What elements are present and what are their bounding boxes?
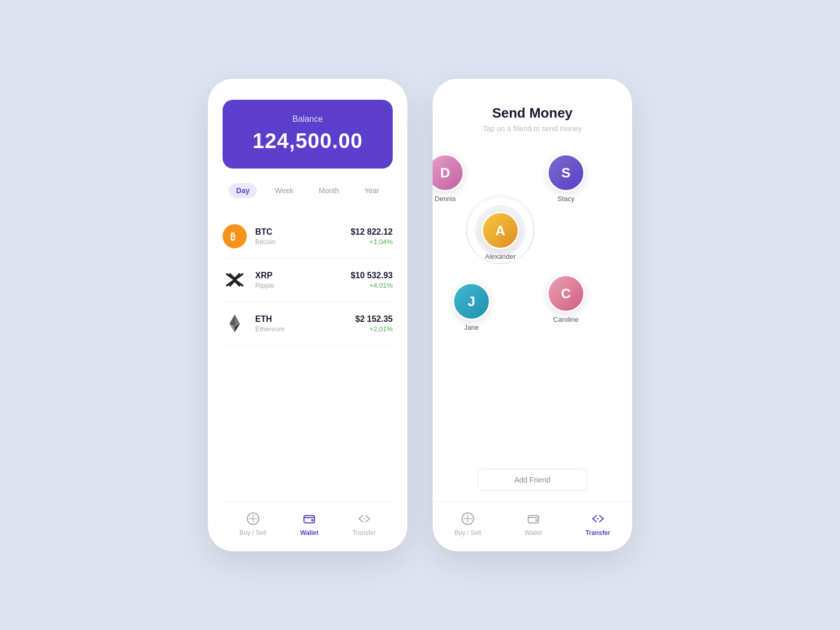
add-friend-button[interactable]: Add Friend [477,469,587,491]
svg-line-17 [359,519,363,522]
right-bottom-nav: Buy / Sell Wallet [433,501,632,551]
svg-line-29 [600,519,603,522]
alexander-initials: A [496,223,506,239]
crypto-item-eth[interactable]: ETH Ethereum $2 152.35 +2,01% [223,302,393,345]
svg-line-18 [366,516,370,519]
eth-name-wrap: ETH Ethereum [255,314,355,333]
svg-line-16 [359,516,363,519]
stacy-name: Stacy [558,195,575,203]
friend-bubble-alexander[interactable]: A Alexander [481,212,519,260]
buy-sell-icon-right [460,511,475,526]
eth-value-wrap: $2 152.35 +2,01% [355,314,393,333]
btc-ticker: BTC [255,227,351,237]
xrp-ticker: XRP [255,271,351,280]
eth-usd: $2 152.35 [355,314,393,324]
crypto-item-xrp[interactable]: XRP Ripple $10 532.93 +4,01% [223,258,393,302]
eth-ticker: ETH [255,314,355,324]
balance-card: Balance 124,500.00 [223,100,393,169]
balance-amount: 124,500.00 [235,129,380,153]
jane-initials: J [468,293,475,310]
nav-transfer-right[interactable]: Transfer [585,511,610,537]
btc-value-wrap: $12 822.12 +1,04% [351,227,393,246]
btc-name-wrap: BTC Bitcoin [255,227,351,246]
nav-transfer-left[interactable]: Transfer [352,511,375,537]
eth-icon [223,311,247,335]
svg-line-28 [600,516,603,519]
caroline-avatar: C [547,275,585,312]
xrp-icon [223,268,247,292]
send-money-title: Send Money [447,105,617,121]
tab-week[interactable]: Week [267,183,301,198]
nav-buy-sell-label-right: Buy / Sell [455,529,481,537]
friend-bubble-caroline[interactable]: C Caroline [547,275,585,323]
transfer-icon-left [357,511,372,526]
svg-line-27 [593,519,596,522]
eth-change: +2,01% [355,325,393,333]
nav-wallet-left[interactable]: Wallet [300,511,319,537]
add-friend-wrap: Add Friend [433,460,632,501]
stacy-initials: S [561,165,570,181]
period-tabs: Day Week Month Year [223,183,393,198]
buy-sell-icon [246,511,260,526]
nav-buy-sell-left[interactable]: Buy / Sell [239,511,266,537]
nav-wallet-right[interactable]: Wallet [524,511,542,537]
right-phone: Send Money Tap on a friend to send money… [433,79,632,551]
transfer-icon-right [591,511,605,526]
stacy-avatar: S [547,154,585,192]
jane-name: Jane [464,323,479,331]
nav-wallet-label-right: Wallet [524,529,542,537]
eth-name: Ethereum [255,325,355,333]
svg-rect-15 [311,519,313,521]
send-money-header: Send Money Tap on a friend to send money [433,79,632,143]
friends-area: D Dennis S Stacy A Alexander J Jane [433,143,632,460]
xrp-change: +4,01% [351,281,393,289]
balance-label: Balance [235,114,380,124]
btc-usd: $12 822.12 [351,227,393,237]
nav-buy-sell-label-left: Buy / Sell [239,529,266,537]
caroline-name: Caroline [553,316,579,323]
alexander-name: Alexander [485,253,516,260]
jane-avatar: J [453,282,490,320]
tab-year[interactable]: Year [357,183,386,198]
wallet-icon-right [526,511,541,526]
nav-wallet-label-left: Wallet [300,529,319,537]
xrp-value-wrap: $10 532.93 +4,01% [351,271,393,289]
btc-change: +1,04% [351,238,393,246]
dennis-avatar: D [433,154,464,192]
caroline-initials: C [561,286,571,302]
svg-text:₿: ₿ [230,232,235,242]
tab-month[interactable]: Month [311,183,346,198]
dennis-initials: D [440,165,450,181]
wallet-icon-left [302,511,317,526]
friend-bubble-dennis[interactable]: D Dennis [433,154,464,203]
nav-transfer-label-right: Transfer [585,529,610,537]
svg-rect-25 [536,519,538,521]
svg-line-26 [593,516,596,519]
left-bottom-nav: Buy / Sell Wallet [223,501,393,551]
nav-transfer-label-left: Transfer [352,529,375,537]
friend-bubble-jane[interactable]: J Jane [453,282,490,331]
nav-buy-sell-right[interactable]: Buy / Sell [455,511,481,537]
crypto-list: ₿ BTC Bitcoin $12 822.12 +1,04% [223,215,393,501]
xrp-usd: $10 532.93 [351,271,393,280]
btc-icon: ₿ [223,224,247,248]
alexander-avatar: A [481,212,519,249]
xrp-name: Ripple [255,281,351,289]
xrp-name-wrap: XRP Ripple [255,271,351,289]
btc-name: Bitcoin [255,238,351,246]
tab-day[interactable]: Day [229,183,257,198]
friend-bubble-stacy[interactable]: S Stacy [547,154,585,203]
svg-line-19 [366,519,370,522]
dennis-name: Dennis [435,195,456,203]
crypto-item-btc[interactable]: ₿ BTC Bitcoin $12 822.12 +1,04% [223,215,393,258]
send-money-subtitle: Tap on a friend to send money [447,124,617,133]
left-phone: Balance 124,500.00 Day Week Month Year ₿… [208,79,407,551]
